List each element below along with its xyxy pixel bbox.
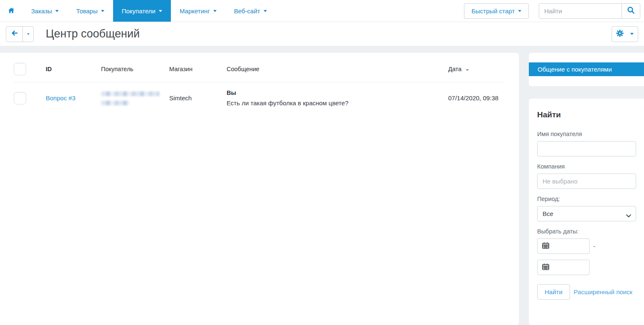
- quick-start-label: Быстрый старт: [471, 7, 515, 15]
- nav-item-marketing[interactable]: Маркетинг: [171, 0, 225, 22]
- topnav-right: Быстрый старт: [464, 0, 644, 22]
- customer-name-field: Имя покупателя: [537, 131, 636, 156]
- header-checkbox-cell: [14, 63, 46, 75]
- column-header-id: ID: [46, 66, 101, 72]
- column-header-date-label: Дата: [448, 66, 461, 72]
- customer-name-redacted: [101, 101, 129, 105]
- global-search-button[interactable]: [622, 4, 640, 18]
- right-sidebar: Общение с покупателями Найти Имя покупат…: [529, 53, 644, 325]
- customer-name-input[interactable]: [537, 141, 636, 156]
- back-button[interactable]: [6, 27, 22, 42]
- chevron-down-icon: [630, 33, 634, 35]
- date-range-separator: -: [593, 243, 595, 250]
- chevron-down-icon: [264, 10, 267, 12]
- sidebar-item-customer-communication[interactable]: Общение с покупателями: [529, 62, 644, 76]
- back-history-dropdown[interactable]: [22, 27, 33, 42]
- column-header-customer: Покупатель: [101, 66, 169, 72]
- nav-item-customers[interactable]: Покупатели: [113, 0, 171, 22]
- date-to-input[interactable]: [537, 260, 590, 275]
- date-from-row: -: [537, 238, 636, 254]
- content-area: ID Покупатель Магазин Сообщение Дата Воп…: [0, 46, 644, 325]
- search-actions: Найти Расширенный поиск: [537, 284, 636, 300]
- chevron-down-icon: [101, 10, 104, 12]
- customer-name-redacted: [101, 92, 159, 96]
- period-field: Период: Все: [537, 196, 636, 221]
- table-row: Вопрос #3 Simtech Вы Есть ли такая футбо…: [14, 82, 504, 112]
- sidebar-search-card: Найти Имя покупателя Компания Период: Вс…: [529, 99, 644, 325]
- nav-item-website[interactable]: Веб-сайт: [225, 0, 276, 22]
- nav-item-label: Маркетинг: [180, 7, 210, 15]
- period-select[interactable]: Все: [537, 206, 636, 221]
- message-center-card: ID Покупатель Магазин Сообщение Дата Воп…: [0, 53, 519, 325]
- search-submit-button[interactable]: Найти: [537, 284, 570, 300]
- column-header-store: Магазин: [169, 66, 227, 72]
- period-selected-value: Все: [543, 210, 553, 217]
- sidebar-nav-card: Общение с покупателями: [529, 53, 644, 86]
- chevron-down-icon: [518, 10, 521, 12]
- company-label: Компания: [537, 163, 636, 170]
- customer-name-label: Имя покупателя: [537, 131, 636, 137]
- column-header-message: Сообщение: [227, 66, 448, 72]
- page-title: Центр сообщений: [46, 27, 140, 40]
- chevron-down-icon: [55, 10, 59, 12]
- calendar-icon: [542, 263, 549, 272]
- date-to-row: [537, 260, 636, 275]
- nav-item-label: Веб-сайт: [234, 7, 260, 15]
- date-from-input[interactable]: [537, 238, 590, 254]
- global-search-input[interactable]: [539, 4, 622, 18]
- column-header-date[interactable]: Дата: [448, 66, 504, 72]
- message-text: Есть ли такая футболка в красном цвете?: [227, 99, 448, 107]
- quick-start-button[interactable]: Быстрый старт: [464, 3, 529, 19]
- back-button-group: [6, 26, 34, 42]
- row-checkbox[interactable]: [14, 92, 26, 104]
- period-select-wrap: Все: [537, 206, 636, 221]
- advanced-search-link[interactable]: Расширенный поиск: [574, 288, 632, 295]
- nav-item-label: Покупатели: [122, 7, 155, 15]
- calendar-icon: [542, 242, 549, 251]
- table-header-row: ID Покупатель Магазин Сообщение Дата: [14, 53, 504, 82]
- sort-desc-icon: [466, 69, 469, 71]
- company-input[interactable]: [537, 174, 636, 189]
- messages-table: ID Покупатель Магазин Сообщение Дата Воп…: [14, 53, 504, 112]
- company-field: Компания: [537, 163, 636, 189]
- row-store-cell: Simtech: [169, 94, 227, 102]
- page-header: Центр сообщений: [0, 22, 644, 46]
- search-icon: [627, 6, 635, 15]
- chevron-down-icon: [27, 33, 30, 35]
- gear-icon: [616, 30, 624, 39]
- chevron-down-icon: [213, 10, 217, 12]
- arrow-left-icon: [10, 29, 19, 39]
- chevron-down-icon: [159, 10, 162, 12]
- home-button[interactable]: [0, 0, 22, 22]
- row-id-cell: Вопрос #3: [46, 94, 101, 102]
- nav-item-label: Заказы: [31, 7, 52, 15]
- row-customer-cell: [101, 91, 169, 105]
- home-icon: [8, 7, 15, 15]
- period-label: Период:: [537, 196, 636, 202]
- top-navigation: Заказы Товары Покупатели Маркетинг Веб-с…: [0, 0, 644, 22]
- nav-item-products[interactable]: Товары: [67, 0, 113, 22]
- question-link[interactable]: Вопрос #3: [46, 94, 76, 102]
- chevron-down-icon: [626, 212, 631, 219]
- dates-label: Выбрать даты:: [537, 228, 636, 235]
- select-all-checkbox[interactable]: [14, 63, 26, 75]
- nav-item-orders[interactable]: Заказы: [22, 0, 67, 22]
- row-message-cell: Вы Есть ли такая футболка в красном цвет…: [227, 89, 448, 107]
- dates-field: Выбрать даты:: [537, 228, 636, 275]
- global-search: [539, 3, 640, 19]
- nav-item-label: Товары: [76, 7, 98, 15]
- search-panel-title: Найти: [537, 110, 636, 119]
- row-date-cell: 07/14/2020, 09:38: [448, 94, 504, 102]
- message-author: Вы: [227, 89, 448, 96]
- row-checkbox-cell: [14, 92, 46, 104]
- settings-button[interactable]: [612, 26, 638, 42]
